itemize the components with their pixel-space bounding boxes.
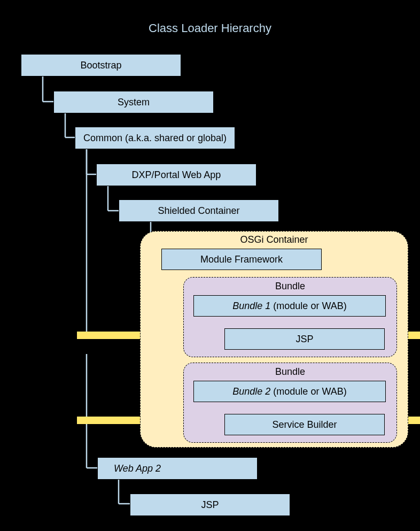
node-module-framework: Module Framework xyxy=(161,249,322,270)
node-jsp2: JSP xyxy=(130,494,290,516)
bundle2-suffix: (module or WAB) xyxy=(270,386,346,397)
node-bundle1-label: Bundle 1 (module or WAB) xyxy=(232,301,346,312)
node-dxp-portal: DXP/Portal Web App xyxy=(96,164,256,186)
node-bootstrap-label: Bootstrap xyxy=(80,60,121,71)
node-system: System xyxy=(53,91,214,113)
bundle2-container-title: Bundle xyxy=(183,366,397,378)
node-jsp1: JSP xyxy=(224,328,385,350)
node-service-builder-label: Service Builder xyxy=(272,419,337,430)
bundle1-container-title: Bundle xyxy=(183,281,397,292)
node-bundle2: Bundle 2 (module or WAB) xyxy=(193,381,386,402)
node-common: Common (a.k.a. shared or global) xyxy=(75,127,235,149)
node-dxp-portal-label: DXP/Portal Web App xyxy=(132,170,221,181)
node-service-builder: Service Builder xyxy=(224,414,385,435)
node-shielded-container-label: Shielded Container xyxy=(158,205,239,217)
bundle1-suffix: (module or WAB) xyxy=(270,301,346,311)
node-web-app-2: Web App 2 xyxy=(97,457,258,480)
node-jsp2-label: JSP xyxy=(201,499,219,511)
diagram-title: Class Loader Hierarchy xyxy=(0,21,420,35)
node-shielded-container: Shielded Container xyxy=(119,199,279,222)
bundle1-italic: Bundle 1 xyxy=(232,301,270,311)
bundle2-italic: Bundle 2 xyxy=(232,386,270,397)
node-bundle1: Bundle 1 (module or WAB) xyxy=(193,295,386,317)
node-system-label: System xyxy=(118,97,150,108)
node-jsp1-label: JSP xyxy=(295,334,313,345)
node-common-label: Common (a.k.a. shared or global) xyxy=(83,133,227,144)
osgi-container-title: OSGi Container xyxy=(140,234,408,245)
node-bootstrap: Bootstrap xyxy=(21,54,181,76)
node-bundle2-label: Bundle 2 (module or WAB) xyxy=(232,386,346,397)
node-web-app-2-label: Web App 2 xyxy=(114,463,161,474)
node-module-framework-label: Module Framework xyxy=(200,254,283,265)
